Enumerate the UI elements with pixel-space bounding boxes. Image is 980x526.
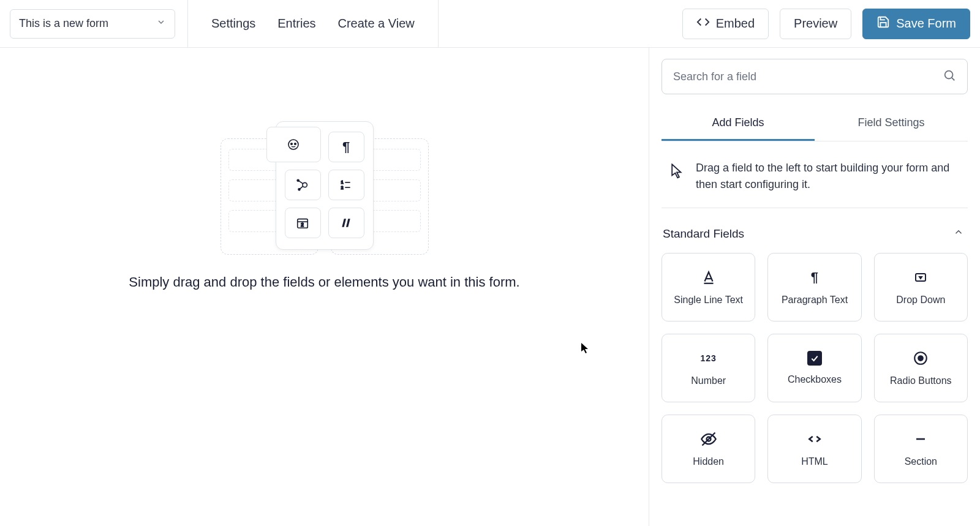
cursor-arrow-icon: [670, 163, 684, 182]
field-drop-down[interactable]: Drop Down: [874, 253, 968, 321]
field-label: Number: [691, 375, 726, 386]
drag-hint-row: Drag a field to the left to start buildi…: [662, 155, 968, 208]
divider: [187, 0, 188, 48]
chevron-up-icon: [953, 227, 964, 241]
chevron-down-icon: [156, 17, 166, 30]
cursor-icon: [581, 342, 589, 355]
svg-line-16: [952, 78, 954, 80]
svg-point-1: [291, 143, 293, 145]
stripes-icon: [328, 208, 364, 238]
field-section[interactable]: Section: [874, 415, 968, 483]
svg-point-22: [918, 355, 924, 361]
calendar-icon: 2: [285, 208, 321, 238]
section-icon: [912, 430, 929, 448]
field-label: Hidden: [693, 456, 724, 467]
list-icon: 12: [328, 170, 364, 200]
field-label: Drop Down: [896, 295, 945, 306]
field-checkboxes[interactable]: Checkboxes: [767, 334, 861, 402]
checkbox-icon: [807, 351, 822, 366]
field-single-line-text[interactable]: Single Line Text: [662, 253, 755, 321]
nav-entries[interactable]: Entries: [277, 17, 315, 31]
svg-text:2: 2: [341, 186, 344, 190]
form-title-dropdown[interactable]: This is a new form: [10, 9, 175, 39]
svg-point-2: [295, 143, 296, 145]
field-html[interactable]: HTML: [767, 415, 861, 483]
field-hidden[interactable]: Hidden: [662, 415, 755, 483]
embed-button[interactable]: Embed: [682, 9, 769, 39]
embed-label: Embed: [716, 17, 755, 31]
form-canvas[interactable]: ¶ 12 2 Simply drag and drop the fields o…: [0, 48, 649, 526]
search-input[interactable]: [673, 70, 943, 83]
number-icon: 123: [700, 350, 717, 367]
field-number[interactable]: 123 Number: [662, 334, 755, 402]
field-label: HTML: [801, 456, 828, 467]
field-label: Paragraph Text: [782, 295, 848, 306]
dropdown-icon: [912, 269, 929, 286]
preview-label: Preview: [794, 17, 837, 31]
save-form-button[interactable]: Save Form: [862, 9, 970, 39]
nav-settings[interactable]: Settings: [211, 17, 255, 31]
top-actions: Embed Preview Save Form: [682, 9, 970, 39]
tab-field-settings[interactable]: Field Settings: [815, 107, 968, 141]
sidebar-tabs: Add Fields Field Settings: [662, 107, 968, 141]
field-label: Checkboxes: [788, 374, 842, 385]
svg-marker-20: [919, 277, 922, 279]
svg-point-6: [297, 179, 299, 181]
svg-point-15: [945, 71, 953, 79]
nav-create-view[interactable]: Create a View: [338, 17, 415, 31]
top-bar: This is a new form Settings Entries Crea…: [0, 0, 980, 48]
html-icon: [806, 430, 823, 448]
main-area: ¶ 12 2 Simply drag and drop the fields o…: [0, 48, 980, 526]
top-links: Settings Entries Create a View: [200, 17, 426, 31]
field-paragraph-text[interactable]: ¶ Paragraph Text: [767, 253, 861, 321]
svg-text:2: 2: [301, 222, 304, 228]
monkey-icon: [266, 127, 321, 162]
save-label: Save Form: [896, 17, 956, 31]
form-title-text: This is a new form: [19, 17, 108, 30]
svg-point-0: [288, 140, 298, 149]
hubspot-icon: [285, 170, 321, 200]
text-icon: [700, 269, 717, 286]
empty-state-text: Simply drag and drop the fields or eleme…: [129, 274, 519, 290]
search-icon: [943, 69, 956, 85]
field-label: Radio Buttons: [890, 375, 952, 386]
hidden-icon: [700, 430, 717, 448]
tab-add-fields[interactable]: Add Fields: [662, 107, 815, 141]
field-label: Single Line Text: [674, 295, 743, 306]
paragraph-icon: ¶: [328, 132, 364, 162]
field-radio-buttons[interactable]: Radio Buttons: [874, 334, 968, 402]
field-search[interactable]: [662, 59, 968, 94]
field-label: Section: [905, 456, 937, 467]
field-sidebar: Add Fields Field Settings Drag a field t…: [649, 48, 980, 526]
divider: [438, 0, 439, 48]
section-standard-fields[interactable]: Standard Fields: [662, 224, 968, 253]
radio-icon: [912, 350, 929, 367]
fields-grid: Single Line Text ¶ Paragraph Text Drop D…: [662, 253, 968, 483]
drag-hint-text: Drag a field to the left to start buildi…: [696, 160, 962, 193]
preview-button[interactable]: Preview: [780, 9, 851, 39]
paragraph-icon: ¶: [806, 269, 823, 286]
save-icon: [876, 15, 890, 32]
svg-text:1: 1: [341, 180, 344, 184]
section-title: Standard Fields: [663, 227, 744, 241]
code-icon: [696, 15, 710, 32]
empty-state-illustration: ¶ 12 2: [221, 121, 429, 256]
svg-point-7: [298, 189, 300, 190]
